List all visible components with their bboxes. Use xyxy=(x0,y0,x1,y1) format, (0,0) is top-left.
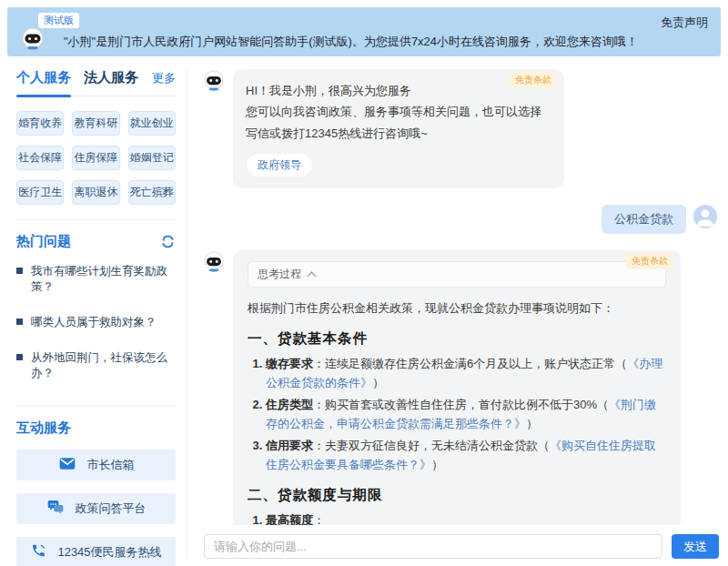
divider xyxy=(16,219,176,220)
item-label: 最高额度 xyxy=(266,513,313,525)
chevron-up-icon xyxy=(308,271,317,280)
loan-conditions-list: 缴存要求：连续足额缴存住房公积金满6个月及以上，账户状态正常（《办理公积金贷款的… xyxy=(248,354,666,475)
top-banner: 测试版 "小荆"是荆门市人民政府门户网站智能问答助手(测试版)。为您提供7x24… xyxy=(7,7,721,56)
service-btn-social-security[interactable]: 社会保障 xyxy=(16,146,64,170)
hotline-12345-button[interactable]: 12345便民服务热线 xyxy=(16,537,176,566)
service-btn-housing[interactable]: 住房保障 xyxy=(72,146,119,170)
service-btn-education[interactable]: 教育科研 xyxy=(72,111,119,136)
service-btn-employment[interactable]: 就业创业 xyxy=(128,111,176,136)
answer-bubble: 免责条款 思考过程 根据荆门市住房公积金相关政策，现就公积金贷款办理事项说明如下… xyxy=(233,250,681,525)
hot-questions-list: 我市有哪些计划生育奖励政策？ 哪类人员属于救助对象？ 从外地回荆门，社保该怎么办… xyxy=(16,254,176,391)
list-item: 住房类型：购买首套或改善性自住住房，首付款比例不低于30%（《荆门缴存的公积金，… xyxy=(266,395,666,434)
thinking-process-toggle[interactable]: 思考过程 xyxy=(248,261,666,288)
user-message: 公积金贷款 xyxy=(202,205,717,234)
chat-input-bar: 发送 xyxy=(202,525,721,559)
disclaimer-tag[interactable]: 免责条款 xyxy=(626,253,673,269)
message-list: 免责条款 HI！我是小荆，很高兴为您服务 您可以向我咨询政策、服务事项等相关问题… xyxy=(202,67,721,525)
sidebar: 个人服务 法人服务 更多 婚育收养 教育科研 就业创业 社会保障 住房保障 婚姻… xyxy=(7,67,187,559)
list-item: 最高额度： 单职工家庭：40万元 双职工家庭：60万元 硕士研究生最高可贷105… xyxy=(266,510,666,525)
welcome-line2: 您可以向我咨询政策、服务事项等相关问题，也可以选择写信或拨打12345热线进行咨… xyxy=(246,101,551,144)
gov-leader-chip[interactable]: 政府领导 xyxy=(246,153,313,177)
disclaimer-link[interactable]: 免责声明 xyxy=(661,15,708,31)
service-btn-retirement[interactable]: 离职退休 xyxy=(72,180,119,205)
chat-icon xyxy=(46,498,65,520)
section2-title: 二、贷款额度与期限 xyxy=(248,486,666,505)
service-grid: 婚育收养 教育科研 就业创业 社会保障 住房保障 婚姻登记 医疗卫生 离职退休 … xyxy=(16,111,176,205)
item-label: 缴存要求 xyxy=(266,357,313,370)
service-btn-marriage[interactable]: 婚育收养 xyxy=(16,111,64,136)
interact-label: 市长信箱 xyxy=(87,457,135,473)
phone-icon xyxy=(30,542,46,562)
service-btn-medical[interactable]: 医疗卫生 xyxy=(16,180,64,205)
tab-legal-services[interactable]: 法人服务 xyxy=(84,69,138,86)
chat-panel: 免责条款 HI！我是小荆，很高兴为您服务 您可以向我咨询政策、服务事项等相关问题… xyxy=(187,67,721,559)
list-item: 信用要求：夫妻双方征信良好，无未结清公积金贷款（《购买自住住房提取住房公积金要具… xyxy=(266,436,666,475)
interact-label: 12345便民服务热线 xyxy=(57,544,161,561)
hot-questions-title: 热门问题 xyxy=(16,233,71,250)
mayor-mailbox-button[interactable]: 市长信箱 xyxy=(16,450,176,480)
item-label: 信用要求 xyxy=(266,439,313,452)
refresh-icon[interactable] xyxy=(160,234,176,249)
hot-question-item[interactable]: 从外地回荆门，社保该怎么办？ xyxy=(16,340,176,391)
loan-amount-list: 最高额度： 单职工家庭：40万元 双职工家庭：60万元 硕士研究生最高可贷105… xyxy=(248,510,666,525)
more-link[interactable]: 更多 xyxy=(152,70,176,86)
robot-avatar-icon xyxy=(202,250,226,274)
robot-avatar-icon xyxy=(20,26,46,52)
service-tabs: 个人服务 法人服务 更多 xyxy=(16,69,176,96)
user-bubble: 公积金贷款 xyxy=(602,205,686,234)
question-input[interactable] xyxy=(204,534,662,559)
answer-intro: 根据荆门市住房公积金相关政策，现就公积金贷款办理事项说明如下： xyxy=(248,299,666,318)
banner-intro-text: "小荆"是荆门市人民政府门户网站智能问答助手(测试版)。为您提供7x24小时在线… xyxy=(64,34,638,50)
disclaimer-tag[interactable]: 免责条款 xyxy=(510,72,557,88)
section1-title: 一、贷款基本条件 xyxy=(248,329,666,349)
policy-qa-platform-button[interactable]: 政策问答平台 xyxy=(16,493,176,524)
hot-question-item[interactable]: 我市有哪些计划生育奖励政策？ xyxy=(16,254,176,305)
divider xyxy=(16,406,176,407)
send-button[interactable]: 发送 xyxy=(672,534,719,559)
welcome-bubble: 免责条款 HI！我是小荆，很高兴为您服务 您可以向我咨询政策、服务事项等相关问题… xyxy=(233,69,564,188)
thinking-label: 思考过程 xyxy=(258,267,301,282)
hot-question-item[interactable]: 哪类人员属于救助对象？ xyxy=(16,305,176,340)
bot-message-answer: 免责条款 思考过程 根据荆门市住房公积金相关政策，现就公积金贷款办理事项说明如下… xyxy=(202,250,721,525)
item-label: 住房类型 xyxy=(266,398,313,411)
service-btn-funeral[interactable]: 死亡殡葬 xyxy=(128,180,176,205)
list-item: 缴存要求：连续足额缴存住房公积金满6个月及以上，账户状态正常（《办理公积金贷款的… xyxy=(266,354,666,393)
tab-personal-services[interactable]: 个人服务 xyxy=(16,69,71,86)
bot-message-welcome: 免责条款 HI！我是小荆，很高兴为您服务 您可以向我咨询政策、服务事项等相关问题… xyxy=(202,69,721,188)
robot-avatar-icon xyxy=(202,69,226,93)
welcome-line1: HI！我是小荆，很高兴为您服务 xyxy=(246,80,551,101)
user-avatar xyxy=(693,205,717,228)
service-btn-marriage-registration[interactable]: 婚姻登记 xyxy=(128,146,176,170)
interact-label: 政策问答平台 xyxy=(76,500,147,517)
mail-icon xyxy=(58,454,76,476)
interact-services-title: 互动服务 xyxy=(16,419,71,437)
